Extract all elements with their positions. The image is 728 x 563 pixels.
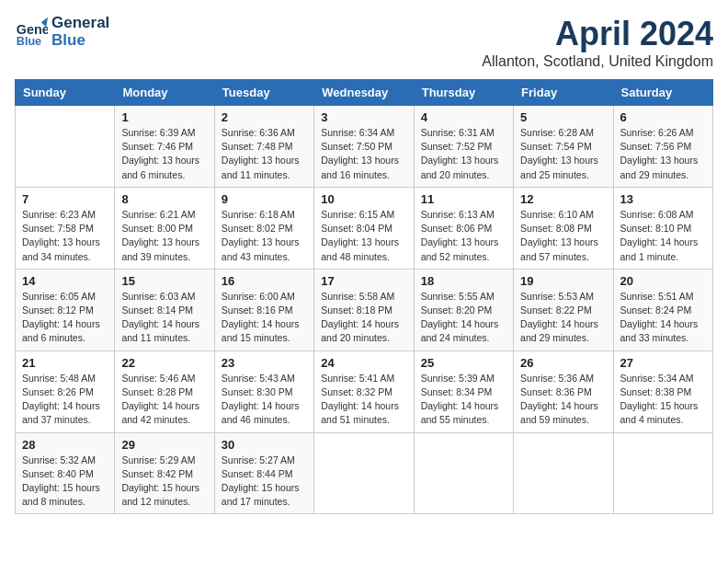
calendar-cell xyxy=(613,432,712,514)
day-number: 12 xyxy=(520,192,606,206)
calendar-cell: 27Sunrise: 5:34 AMSunset: 8:38 PMDayligh… xyxy=(613,350,712,432)
calendar-cell: 19Sunrise: 5:53 AMSunset: 8:22 PMDayligh… xyxy=(514,269,613,350)
weekday-header-thursday: Thursday xyxy=(414,80,513,106)
day-number: 20 xyxy=(620,274,706,288)
calendar-cell: 17Sunrise: 5:58 AMSunset: 8:18 PMDayligh… xyxy=(314,269,414,350)
logo-line2: Blue xyxy=(51,32,109,50)
cell-info: Sunrise: 5:34 AMSunset: 8:38 PMDaylight:… xyxy=(620,372,706,428)
day-number: 2 xyxy=(222,110,307,124)
calendar-cell: 18Sunrise: 5:55 AMSunset: 8:20 PMDayligh… xyxy=(414,269,513,350)
calendar-cell: 5Sunrise: 6:28 AMSunset: 7:54 PMDaylight… xyxy=(514,106,613,188)
calendar-cell: 26Sunrise: 5:36 AMSunset: 8:36 PMDayligh… xyxy=(514,350,613,432)
calendar-cell: 1Sunrise: 6:39 AMSunset: 7:46 PMDaylight… xyxy=(115,106,214,188)
cell-info: Sunrise: 5:53 AMSunset: 8:22 PMDaylight:… xyxy=(520,290,606,346)
cell-info: Sunrise: 6:39 AMSunset: 7:46 PMDaylight:… xyxy=(121,126,207,182)
day-number: 9 xyxy=(222,192,307,206)
calendar-cell: 21Sunrise: 5:48 AMSunset: 8:26 PMDayligh… xyxy=(16,350,115,432)
cell-info: Sunrise: 6:34 AMSunset: 7:50 PMDaylight:… xyxy=(321,126,406,182)
cell-info: Sunrise: 5:41 AMSunset: 8:32 PMDaylight:… xyxy=(321,372,406,428)
cell-info: Sunrise: 6:05 AMSunset: 8:12 PMDaylight:… xyxy=(22,290,108,346)
day-number: 23 xyxy=(222,356,307,370)
day-number: 29 xyxy=(121,438,207,452)
svg-text:Blue: Blue xyxy=(17,35,41,48)
location-subtitle: Allanton, Scotland, United Kingdom xyxy=(482,53,713,70)
day-number: 3 xyxy=(321,110,406,124)
day-number: 1 xyxy=(121,110,207,124)
day-number: 22 xyxy=(121,356,207,370)
page-header: General Blue General Blue April 2024 All… xyxy=(15,15,713,70)
calendar-week-row: 28Sunrise: 5:32 AMSunset: 8:40 PMDayligh… xyxy=(16,432,713,514)
cell-info: Sunrise: 5:58 AMSunset: 8:18 PMDaylight:… xyxy=(321,290,406,346)
calendar-cell: 12Sunrise: 6:10 AMSunset: 8:08 PMDayligh… xyxy=(514,187,613,269)
calendar-week-row: 21Sunrise: 5:48 AMSunset: 8:26 PMDayligh… xyxy=(16,350,713,432)
calendar-cell: 29Sunrise: 5:29 AMSunset: 8:42 PMDayligh… xyxy=(115,432,214,514)
cell-info: Sunrise: 5:27 AMSunset: 8:44 PMDaylight:… xyxy=(222,454,307,510)
calendar-cell: 2Sunrise: 6:36 AMSunset: 7:48 PMDaylight… xyxy=(214,106,313,188)
cell-info: Sunrise: 5:46 AMSunset: 8:28 PMDaylight:… xyxy=(121,372,207,428)
calendar-cell: 28Sunrise: 5:32 AMSunset: 8:40 PMDayligh… xyxy=(16,432,115,514)
day-number: 7 xyxy=(22,192,108,206)
cell-info: Sunrise: 6:08 AMSunset: 8:10 PMDaylight:… xyxy=(620,208,706,264)
day-number: 8 xyxy=(121,192,207,206)
weekday-header-sunday: Sunday xyxy=(16,80,115,106)
calendar-cell xyxy=(414,432,513,514)
logo-icon: General Blue xyxy=(15,16,48,49)
calendar-cell: 25Sunrise: 5:39 AMSunset: 8:34 PMDayligh… xyxy=(414,350,513,432)
cell-info: Sunrise: 5:36 AMSunset: 8:36 PMDaylight:… xyxy=(520,372,606,428)
cell-info: Sunrise: 5:39 AMSunset: 8:34 PMDaylight:… xyxy=(421,372,506,428)
logo-line1: General xyxy=(51,15,109,32)
day-number: 24 xyxy=(321,356,406,370)
weekday-header-monday: Monday xyxy=(115,80,214,106)
calendar-cell: 9Sunrise: 6:18 AMSunset: 8:02 PMDaylight… xyxy=(214,187,313,269)
day-number: 16 xyxy=(222,274,307,288)
calendar-week-row: 7Sunrise: 6:23 AMSunset: 7:58 PMDaylight… xyxy=(16,187,713,269)
cell-info: Sunrise: 6:31 AMSunset: 7:52 PMDaylight:… xyxy=(421,126,506,182)
cell-info: Sunrise: 6:26 AMSunset: 7:56 PMDaylight:… xyxy=(620,126,706,182)
calendar-cell: 3Sunrise: 6:34 AMSunset: 7:50 PMDaylight… xyxy=(314,106,414,188)
cell-info: Sunrise: 5:43 AMSunset: 8:30 PMDaylight:… xyxy=(222,372,307,428)
day-number: 15 xyxy=(121,274,207,288)
day-number: 26 xyxy=(520,356,606,370)
weekday-header-wednesday: Wednesday xyxy=(314,80,414,106)
calendar-cell: 30Sunrise: 5:27 AMSunset: 8:44 PMDayligh… xyxy=(214,432,313,514)
day-number: 5 xyxy=(520,110,606,124)
day-number: 21 xyxy=(22,356,108,370)
calendar-cell: 24Sunrise: 5:41 AMSunset: 8:32 PMDayligh… xyxy=(314,350,414,432)
calendar-cell: 13Sunrise: 6:08 AMSunset: 8:10 PMDayligh… xyxy=(613,187,712,269)
calendar-cell xyxy=(314,432,414,514)
cell-info: Sunrise: 6:23 AMSunset: 7:58 PMDaylight:… xyxy=(22,208,108,264)
cell-info: Sunrise: 5:55 AMSunset: 8:20 PMDaylight:… xyxy=(421,290,506,346)
cell-info: Sunrise: 6:18 AMSunset: 8:02 PMDaylight:… xyxy=(222,208,307,264)
cell-info: Sunrise: 6:10 AMSunset: 8:08 PMDaylight:… xyxy=(520,208,606,264)
calendar-cell: 23Sunrise: 5:43 AMSunset: 8:30 PMDayligh… xyxy=(214,350,313,432)
cell-info: Sunrise: 6:28 AMSunset: 7:54 PMDaylight:… xyxy=(520,126,606,182)
cell-info: Sunrise: 6:15 AMSunset: 8:04 PMDaylight:… xyxy=(321,208,406,264)
calendar-week-row: 14Sunrise: 6:05 AMSunset: 8:12 PMDayligh… xyxy=(16,269,713,350)
calendar-cell: 20Sunrise: 5:51 AMSunset: 8:24 PMDayligh… xyxy=(613,269,712,350)
cell-info: Sunrise: 5:48 AMSunset: 8:26 PMDaylight:… xyxy=(22,372,108,428)
day-number: 14 xyxy=(22,274,108,288)
day-number: 17 xyxy=(321,274,406,288)
calendar-cell: 16Sunrise: 6:00 AMSunset: 8:16 PMDayligh… xyxy=(214,269,313,350)
calendar-cell: 4Sunrise: 6:31 AMSunset: 7:52 PMDaylight… xyxy=(414,106,513,188)
day-number: 25 xyxy=(421,356,506,370)
calendar-cell: 22Sunrise: 5:46 AMSunset: 8:28 PMDayligh… xyxy=(115,350,214,432)
day-number: 30 xyxy=(222,438,307,452)
calendar-cell: 15Sunrise: 6:03 AMSunset: 8:14 PMDayligh… xyxy=(115,269,214,350)
weekday-header-row: SundayMondayTuesdayWednesdayThursdayFrid… xyxy=(16,80,713,106)
calendar-week-row: 1Sunrise: 6:39 AMSunset: 7:46 PMDaylight… xyxy=(16,106,713,188)
day-number: 10 xyxy=(321,192,406,206)
calendar-cell xyxy=(514,432,613,514)
calendar-table: SundayMondayTuesdayWednesdayThursdayFrid… xyxy=(15,79,713,514)
day-number: 19 xyxy=(520,274,606,288)
cell-info: Sunrise: 6:21 AMSunset: 8:00 PMDaylight:… xyxy=(121,208,207,264)
title-block: April 2024 Allanton, Scotland, United Ki… xyxy=(482,15,713,70)
cell-info: Sunrise: 6:00 AMSunset: 8:16 PMDaylight:… xyxy=(222,290,307,346)
cell-info: Sunrise: 5:29 AMSunset: 8:42 PMDaylight:… xyxy=(121,454,207,510)
cell-info: Sunrise: 5:32 AMSunset: 8:40 PMDaylight:… xyxy=(22,454,108,510)
weekday-header-saturday: Saturday xyxy=(613,80,712,106)
day-number: 6 xyxy=(620,110,706,124)
day-number: 11 xyxy=(421,192,506,206)
cell-info: Sunrise: 5:51 AMSunset: 8:24 PMDaylight:… xyxy=(620,290,706,346)
calendar-cell: 14Sunrise: 6:05 AMSunset: 8:12 PMDayligh… xyxy=(16,269,115,350)
